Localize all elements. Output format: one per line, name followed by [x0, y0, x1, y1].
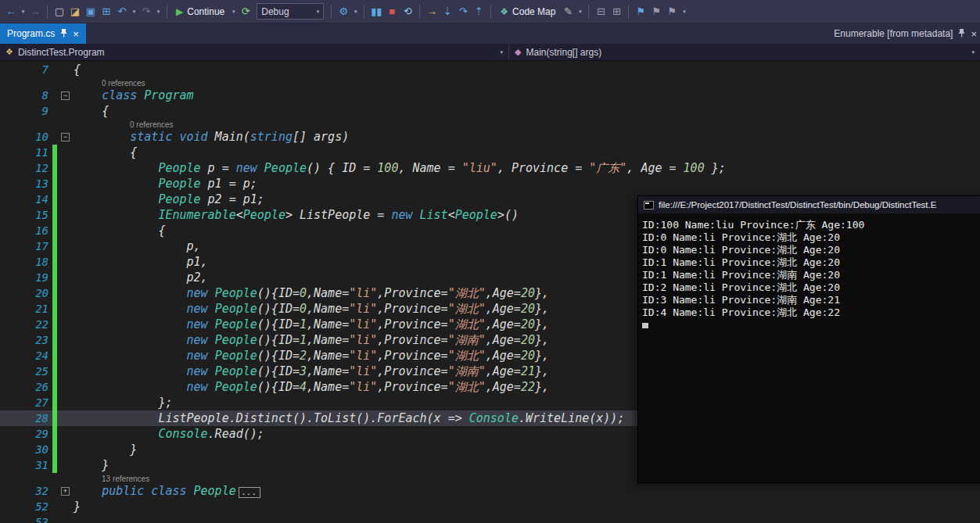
- continue-button[interactable]: ▶Continue: [171, 2, 229, 21]
- step-out-icon[interactable]: ⇡: [471, 2, 486, 21]
- fold-margin: [57, 160, 74, 176]
- console-titlebar[interactable]: file:///E:/Project2017/DistinctTest/Dist…: [638, 196, 980, 213]
- main-toolbar: ←▾→▢◪▣⊞↶▾↷▾▶Continue▾⟳Debug▾⚙▾▮▮■⟲→⇣↷⇡❖C…: [0, 0, 980, 23]
- code-line[interactable]: 53: [0, 514, 980, 523]
- code-text: static void Main(string[] args): [74, 129, 349, 145]
- line-number: 29: [0, 426, 48, 442]
- code-map-button[interactable]: ❖Code Map: [495, 2, 560, 21]
- code-text: ListPeople.Distinct().ToList().ForEach(x…: [74, 410, 624, 426]
- prev-bookmark-icon[interactable]: ⚑: [648, 2, 664, 21]
- dropdown-caret-icon[interactable]: ▾: [130, 2, 138, 21]
- new-window-icon[interactable]: ⊟: [593, 2, 608, 21]
- console-title: file:///E:/Project2017/DistinctTest/Dist…: [659, 200, 936, 210]
- line-number: 52: [0, 499, 48, 514]
- line-number: 10: [0, 129, 48, 145]
- preview-document-tab[interactable]: Enumerable [from metadata] ×: [831, 23, 980, 44]
- line-number: 19: [0, 270, 48, 285]
- stop-debugging-icon[interactable]: ■: [384, 2, 400, 21]
- attach-to-process-icon[interactable]: ⚙: [336, 2, 351, 21]
- member-dropdown[interactable]: ◆ Main(string[] args) ▾: [509, 44, 980, 60]
- fold-margin: [57, 238, 74, 254]
- open-file-icon[interactable]: ◪: [67, 2, 83, 21]
- code-line[interactable]: 7{: [0, 62, 980, 77]
- debug-configuration-dropdown[interactable]: Debug▾: [257, 3, 324, 20]
- code-text: 0 references: [74, 119, 174, 129]
- codelens-row[interactable]: 0 references: [0, 119, 980, 129]
- code-line[interactable]: 32+ public class People...: [0, 483, 980, 499]
- codelens-references[interactable]: 13 references: [102, 475, 149, 483]
- line-number: 53: [0, 514, 48, 523]
- codelens-row[interactable]: 0 references: [0, 77, 980, 88]
- line-number: 14: [0, 192, 48, 207]
- code-line[interactable]: 12 People p = new People() { ID = 100, N…: [0, 160, 980, 176]
- toolbar-separator: [628, 5, 629, 18]
- visual-studio-window: ←▾→▢◪▣⊞↶▾↷▾▶Continue▾⟳Debug▾⚙▾▮▮■⟲→⇣↷⇡❖C…: [0, 0, 980, 523]
- code-line[interactable]: 8− class Program: [0, 88, 980, 103]
- codelens-references[interactable]: 0 references: [102, 79, 145, 88]
- code-text: public class People...: [74, 483, 260, 499]
- fold-toggle[interactable]: −: [57, 88, 74, 103]
- split-window-icon[interactable]: ⊞: [608, 2, 624, 21]
- code-text: People p = new People() { ID = 100, Name…: [74, 160, 726, 176]
- step-into-icon[interactable]: ⇣: [440, 2, 455, 21]
- dropdown-caret-icon[interactable]: ▾: [351, 2, 360, 21]
- architecture-tools-icon[interactable]: ✎: [560, 2, 576, 21]
- restart-icon[interactable]: ⟳: [238, 2, 253, 21]
- fold-toggle[interactable]: −: [57, 129, 74, 145]
- code-text: 13 references: [74, 473, 149, 483]
- line-number: 28: [0, 410, 48, 426]
- code-text: new People(){ID=1,Name="li",Province="湖北…: [74, 317, 549, 332]
- toolbar-separator: [588, 5, 589, 18]
- console-window[interactable]: file:///E:/Project2017/DistinctTest/Dist…: [637, 195, 980, 483]
- code-line[interactable]: 11 {: [0, 145, 980, 160]
- redo-icon[interactable]: ↷: [138, 2, 154, 21]
- fold-margin: [57, 426, 74, 442]
- close-icon[interactable]: ×: [73, 29, 79, 39]
- console-line: ID:2 Name:li Province:湖北 Age:20: [642, 281, 980, 294]
- pin-icon[interactable]: [958, 28, 965, 40]
- restart-debugging-icon[interactable]: ⟲: [400, 2, 415, 21]
- collapse-icon[interactable]: −: [61, 133, 70, 141]
- save-icon[interactable]: ▣: [83, 2, 99, 21]
- break-all-icon[interactable]: ▮▮: [368, 2, 384, 21]
- expand-icon[interactable]: +: [61, 487, 70, 496]
- code-text: {: [74, 223, 165, 238]
- toolbar-separator: [364, 5, 364, 18]
- code-line[interactable]: 9 {: [0, 103, 980, 119]
- type-dropdown[interactable]: ❖ DistinctTest.Program ▾: [0, 44, 509, 60]
- show-next-statement-icon[interactable]: →: [424, 2, 440, 21]
- dropdown-caret-icon[interactable]: ▾: [229, 2, 238, 21]
- collapse-icon[interactable]: −: [61, 91, 70, 100]
- line-number: 23: [0, 332, 48, 348]
- fold-margin: [57, 62, 74, 77]
- step-over-icon[interactable]: ↷: [455, 2, 471, 21]
- tab-program-cs[interactable]: Program.cs ×: [0, 23, 86, 44]
- pin-icon[interactable]: [60, 28, 67, 40]
- toggle-bookmark-icon[interactable]: ⚑: [633, 2, 648, 21]
- codelens-references[interactable]: 0 references: [130, 120, 174, 129]
- dropdown-caret-icon[interactable]: ▾: [19, 2, 27, 21]
- navigate-forward-icon[interactable]: →: [27, 2, 43, 21]
- save-all-icon[interactable]: ⊞: [99, 2, 114, 21]
- code-line[interactable]: 52}: [0, 499, 980, 514]
- close-icon[interactable]: ×: [971, 29, 977, 39]
- code-text: new People(){ID=4,Name="li",Province="湖北…: [74, 379, 549, 395]
- navigate-backward-icon[interactable]: ←: [3, 2, 19, 21]
- collapsed-region-box[interactable]: ...: [239, 487, 260, 498]
- new-file-icon[interactable]: ▢: [52, 2, 67, 21]
- undo-icon[interactable]: ↶: [114, 2, 130, 21]
- dropdown-caret-icon[interactable]: ▾: [576, 2, 584, 21]
- console-line: ID:4 Name:li Province:湖北 Age:22: [642, 306, 980, 319]
- dropdown-caret-icon[interactable]: ▾: [680, 2, 688, 21]
- code-line[interactable]: 10− static void Main(string[] args): [0, 129, 980, 145]
- code-line[interactable]: 13 People p1 = p;: [0, 176, 980, 192]
- type-dropdown-label: DistinctTest.Program: [18, 47, 105, 58]
- next-bookmark-icon[interactable]: ⚑: [664, 2, 680, 21]
- chevron-down-icon[interactable]: ▾: [500, 49, 503, 56]
- play-icon: ▶: [176, 6, 183, 17]
- chevron-down-icon[interactable]: ▾: [971, 49, 975, 56]
- dropdown-caret-icon[interactable]: ▾: [154, 2, 163, 21]
- line-number: 7: [0, 62, 48, 77]
- fold-toggle[interactable]: +: [57, 483, 74, 499]
- line-number: 32: [0, 483, 48, 499]
